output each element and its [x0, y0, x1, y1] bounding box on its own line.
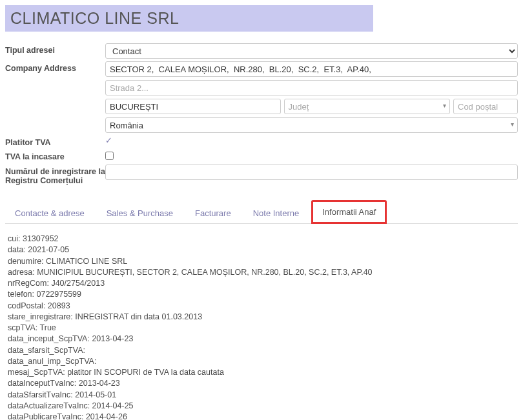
label-company-address: Company Address — [5, 61, 105, 73]
label-platitor-tva: Platitor TVA — [5, 135, 105, 147]
label-tipul-adresei: Tipul adresei — [5, 43, 105, 55]
tabs: Contacte & adrese Sales & Purchase Factu… — [5, 199, 518, 224]
anaf-line: telefon: 0722975599 — [8, 289, 515, 299]
anaf-line: mesaj_ScpTVA: platitor IN SCOPURI de TVA… — [8, 367, 515, 377]
city-input[interactable] — [105, 99, 281, 114]
country-input[interactable] — [105, 117, 518, 133]
judet-input[interactable] — [284, 99, 451, 114]
anaf-line: data_inceput_ScpTVA: 2013-04-23 — [8, 334, 515, 344]
label-nr-inregistrare: Numărul de inregistrare la Registru Come… — [5, 165, 105, 185]
label-tva-incasare: TVA la incasare — [5, 150, 105, 161]
anaf-line: stare_inregistrare: INREGISTRAT din data… — [8, 312, 515, 322]
anaf-line: cui: 31307952 — [8, 234, 515, 244]
anaf-line: adresa: MUNICIPIUL BUCUREȘTI, SECTOR 2, … — [8, 267, 515, 277]
anaf-line: dataPublicareTvaInc: 2014-04-26 — [8, 412, 515, 420]
anaf-line: dataActualizareTvaInc: 2014-04-25 — [8, 401, 515, 411]
tab-facturare[interactable]: Facturare — [185, 203, 241, 223]
address-line2-input[interactable] — [105, 80, 518, 95]
address-line1-input[interactable] — [105, 61, 518, 77]
anaf-line: dataInceputTvaInc: 2013-04-23 — [8, 378, 515, 388]
platitor-tva-check-icon[interactable]: ✓ — [105, 135, 112, 145]
anaf-line: data_anul_imp_ScpTVA: — [8, 356, 515, 366]
anaf-line: codPostal: 20893 — [8, 301, 515, 311]
tab-anaf[interactable]: Informatii Anaf — [311, 200, 387, 224]
company-title-bar: CLIMATICO LINE SRL — [5, 5, 373, 32]
tab-contacte[interactable]: Contacte & adrese — [5, 203, 94, 223]
anaf-content: cui: 31307952 data: 2021-07-05 denumire:… — [5, 224, 518, 420]
anaf-line: data_sfarsit_ScpTVA: — [8, 345, 515, 355]
anaf-line: denumire: CLIMATICO LINE SRL — [8, 256, 515, 266]
anaf-line: dataSfarsitTvaInc: 2014-05-01 — [8, 390, 515, 400]
anaf-line: nrRegCom: J40/2754/2013 — [8, 278, 515, 288]
company-name: CLIMATICO LINE SRL — [10, 9, 368, 28]
tva-incasare-checkbox[interactable] — [105, 152, 114, 160]
tab-note[interactable]: Note Interne — [243, 203, 309, 223]
nr-inregistrare-input[interactable] — [105, 165, 518, 180]
anaf-line: scpTVA: True — [8, 323, 515, 333]
anaf-line: data: 2021-07-05 — [8, 245, 515, 255]
codpostal-input[interactable] — [453, 99, 518, 114]
address-type-select[interactable]: Contact — [105, 43, 518, 59]
tab-sales[interactable]: Sales & Purchase — [97, 203, 183, 223]
